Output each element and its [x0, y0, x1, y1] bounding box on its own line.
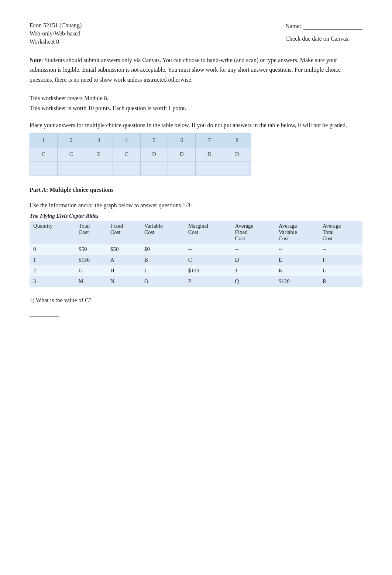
- ans-h-3: 3: [85, 133, 113, 147]
- question-1: 1) What is the value of C?: [30, 296, 362, 305]
- covers-line1: This worksheet covers Module 8.: [30, 93, 362, 103]
- row2-avg-fixed: J: [231, 265, 275, 276]
- row1-qty: 1: [30, 255, 75, 265]
- table-row: 2 G H I $120 J K L: [30, 265, 362, 276]
- name-line: Name:: [285, 23, 362, 30]
- th-marginal: MarginalCost: [185, 221, 231, 244]
- mode-label: Web-only/Web-based: [30, 30, 82, 37]
- row2-qty: 2: [30, 265, 75, 276]
- ans-r1-6: D: [168, 147, 196, 161]
- ans-h-1: 1: [30, 133, 58, 147]
- answer-table-section: Place your answers for multiple choice q…: [30, 120, 362, 176]
- row1-avg-fixed: D: [231, 255, 275, 265]
- row1-variable: B: [141, 255, 185, 265]
- table-title: The Flying Elvis Copter Rides: [30, 213, 362, 219]
- row0-variable: $0: [141, 244, 185, 255]
- header-right: Name: Check due date on Canvas.: [285, 22, 362, 45]
- row1-total: $150: [75, 255, 107, 265]
- answer-grid: 1 2 3 4 5 6 7 8 C C E C D D D D: [30, 133, 251, 176]
- row0-avg-total: --: [319, 244, 362, 255]
- table-row: 1 $150 A B C D E F: [30, 255, 362, 265]
- ans-h-8: 8: [223, 133, 251, 147]
- row0-avg-variable: --: [275, 244, 319, 255]
- row3-fixed: N: [107, 276, 141, 287]
- covers-section: This worksheet covers Module 8. This wor…: [30, 93, 362, 113]
- ans-r2-3: [85, 161, 113, 176]
- row3-marginal: P: [185, 276, 231, 287]
- th-avg-total: AverageTotalCost: [319, 221, 362, 244]
- th-qty: Quantity: [30, 221, 75, 244]
- th-total: TotalCost: [75, 221, 107, 244]
- table-row: 0 $50 $50 $0 -- -- -- --: [30, 244, 362, 255]
- row3-avg-fixed: Q: [231, 276, 275, 287]
- th-fixed: FixedCost: [107, 221, 141, 244]
- row2-variable: I: [141, 265, 185, 276]
- th-avg-variable: AverageVariableCost: [275, 221, 319, 244]
- row1-avg-total: F: [319, 255, 362, 265]
- ans-r2-6: [168, 161, 196, 176]
- due-date-label: Check due date on Canvas.: [285, 35, 350, 42]
- row1-marginal: C: [185, 255, 231, 265]
- row1-fixed: A: [107, 255, 141, 265]
- note-section: Note: Students should submit answers onl…: [30, 55, 362, 85]
- data-table: Quantity TotalCost FixedCost VariableCos…: [30, 221, 362, 287]
- row0-total: $50: [75, 244, 107, 255]
- ans-r1-4: C: [113, 147, 140, 161]
- name-underline: [303, 23, 362, 30]
- ans-r2-8: [223, 161, 251, 176]
- ans-r2-1: [30, 161, 58, 176]
- row2-avg-variable: K: [275, 265, 319, 276]
- course-label: Econ 52151 (Chuang): [30, 22, 82, 29]
- ans-r2-2: [57, 161, 85, 176]
- th-variable: VariableCost: [141, 221, 185, 244]
- note-text: : Students should submit answers only vi…: [30, 57, 341, 83]
- ans-r2-7: [196, 161, 223, 176]
- row0-marginal: --: [185, 244, 231, 255]
- ans-h-4: 4: [113, 133, 140, 147]
- answer-header-row: 1 2 3 4 5 6 7 8: [30, 133, 251, 147]
- part-a-section: Part A: Multiple choice questions Use th…: [30, 187, 362, 317]
- row3-variable: O: [141, 276, 185, 287]
- row3-avg-total: R: [319, 276, 362, 287]
- covers-line2: This worksheet is worth 10 points. Each …: [30, 103, 362, 113]
- row1-avg-variable: E: [275, 255, 319, 265]
- row0-qty: 0: [30, 244, 75, 255]
- ans-h-7: 7: [196, 133, 223, 147]
- ans-r2-4: [113, 161, 140, 176]
- ans-h-6: 6: [168, 133, 196, 147]
- part-a-title: Part A: Multiple choice questions: [30, 187, 362, 193]
- ans-r2-5: [140, 161, 168, 176]
- row3-total: M: [75, 276, 107, 287]
- answer-line: [30, 316, 59, 317]
- worksheet-label: Worksheet 8: [30, 38, 82, 45]
- ans-r1-1: C: [30, 147, 58, 161]
- row3-avg-variable: $120: [275, 276, 319, 287]
- note-bold: Note: [30, 57, 41, 63]
- table-row: 3 M N O P Q $120 R: [30, 276, 362, 287]
- row3-qty: 3: [30, 276, 75, 287]
- use-info-text: Use the information and/or the graph bel…: [30, 201, 362, 210]
- name-label: Name:: [285, 23, 301, 30]
- answer-row1: C C E C D D D D: [30, 147, 251, 161]
- row2-marginal: $120: [185, 265, 231, 276]
- row2-total: G: [75, 265, 107, 276]
- ans-r1-7: D: [196, 147, 223, 161]
- row0-fixed: $50: [107, 244, 141, 255]
- row2-avg-total: L: [319, 265, 362, 276]
- th-avg-fixed: AverageFixedCost: [231, 221, 275, 244]
- data-table-header-row: Quantity TotalCost FixedCost VariableCos…: [30, 221, 362, 244]
- row2-fixed: H: [107, 265, 141, 276]
- ans-r1-5: D: [140, 147, 168, 161]
- ans-h-5: 5: [140, 133, 168, 147]
- header-section: Econ 52151 (Chuang) Web-only/Web-based W…: [30, 22, 362, 45]
- row0-avg-fixed: --: [231, 244, 275, 255]
- ans-r1-8: D: [223, 147, 251, 161]
- ans-r1-2: C: [57, 147, 85, 161]
- ans-h-2: 2: [57, 133, 85, 147]
- ans-r1-3: E: [85, 147, 113, 161]
- header-left: Econ 52151 (Chuang) Web-only/Web-based W…: [30, 22, 82, 45]
- answer-table-intro: Place your answers for multiple choice q…: [30, 120, 362, 130]
- answer-row2: [30, 161, 251, 176]
